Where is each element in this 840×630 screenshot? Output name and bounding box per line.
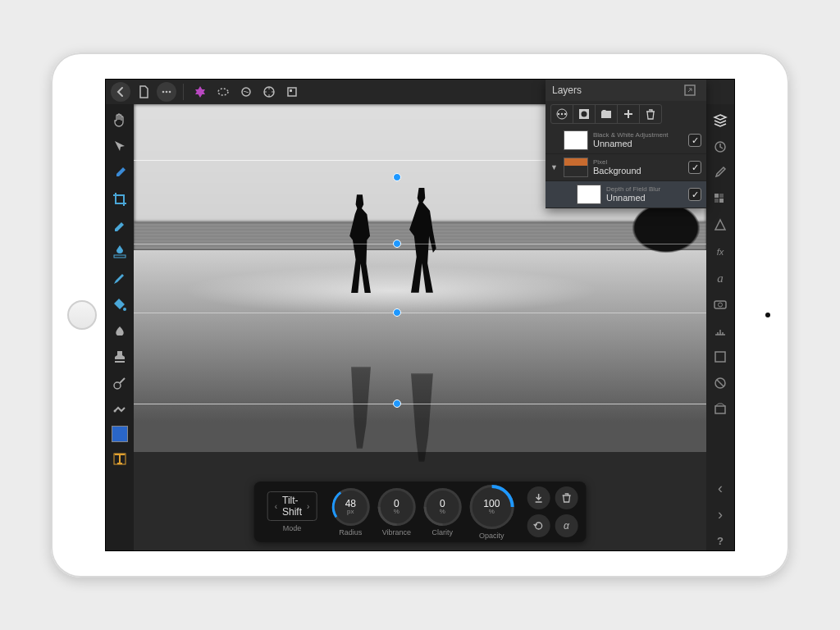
dial-value: 0	[440, 499, 445, 509]
merge-button[interactable]	[527, 486, 550, 509]
flood-select-tool-icon[interactable]	[110, 242, 130, 262]
paint-brush-tool-icon[interactable]	[110, 268, 130, 288]
text-tool-icon[interactable]	[110, 449, 130, 468]
dial-radius[interactable]: 48pxRadius	[331, 488, 369, 536]
dial-opacity[interactable]: 100%Opacity	[469, 485, 514, 540]
alpha-button[interactable]: α	[555, 514, 578, 537]
persona-photo-icon[interactable]	[190, 82, 210, 102]
move-tool-icon[interactable]	[110, 137, 130, 157]
healing-tool-icon[interactable]	[110, 399, 130, 419]
reset-button[interactable]	[527, 514, 550, 537]
selection-brush-tool-icon[interactable]	[110, 216, 130, 235]
chevron-right-icon: ›	[307, 502, 309, 511]
layers-ops	[546, 101, 706, 127]
dodge-tool-icon[interactable]	[110, 373, 130, 393]
layer-delete-button[interactable]	[639, 104, 662, 124]
context-bar: ‹ Tilt-Shift › Mode 48pxRadius0%Vibrance…	[254, 482, 587, 542]
svg-point-26	[564, 113, 566, 115]
help-button[interactable]: ?	[710, 531, 730, 550]
swatches-studio-icon[interactable]	[710, 189, 730, 209]
export-persona-icon[interactable]	[282, 82, 302, 102]
svg-rect-17	[719, 199, 724, 203]
dial-unit: %	[440, 509, 445, 515]
layer-add-button[interactable]	[617, 104, 640, 124]
selection-persona-icon[interactable]	[213, 82, 233, 102]
disclosure-icon: ▼	[550, 163, 559, 171]
layers-popout-icon[interactable]	[680, 80, 700, 100]
layer-name: Unnamed	[606, 193, 683, 203]
effects-studio-icon[interactable]: fx	[710, 242, 730, 262]
context-actions: α	[527, 486, 578, 537]
mode-label: Tilt-Shift	[282, 495, 302, 518]
back-button[interactable]	[111, 82, 130, 102]
layer-name: Background	[593, 166, 683, 176]
color-swatch[interactable]	[112, 426, 128, 442]
chevron-left-icon: ‹	[275, 502, 277, 511]
dial-label: Opacity	[479, 532, 504, 540]
layer-row[interactable]: ▼PixelBackground✓	[546, 154, 706, 181]
visibility-checkbox[interactable]: ✓	[688, 134, 701, 147]
dial-vibrance[interactable]: 0%Vibrance	[377, 488, 415, 536]
svg-rect-20	[715, 352, 725, 362]
liquify-persona-icon[interactable]	[236, 82, 256, 102]
dial-unit: %	[489, 509, 495, 515]
mode-sublabel: Mode	[283, 524, 302, 532]
next-button[interactable]: ›	[710, 504, 730, 524]
svg-point-24	[558, 113, 559, 115]
smudge-tool-icon[interactable]	[110, 321, 130, 340]
layer-row[interactable]: Black & White AdjustmentUnnamed✓	[546, 127, 706, 154]
svg-point-19	[719, 303, 723, 307]
divider	[183, 84, 184, 100]
layer-thumb	[564, 130, 588, 150]
dial-clarity[interactable]: 0%Clarity	[423, 488, 461, 536]
text-studio-icon[interactable]: a	[710, 268, 730, 288]
svg-point-25	[561, 113, 563, 115]
visibility-checkbox[interactable]: ✓	[688, 161, 701, 174]
delete-button[interactable]	[555, 486, 578, 509]
svg-rect-18	[714, 301, 726, 308]
layer-type: Pixel	[593, 159, 683, 167]
document-button[interactable]	[134, 82, 153, 102]
stock-studio-icon[interactable]	[710, 294, 730, 314]
dial-unit: px	[347, 509, 354, 515]
layers-title: Layers	[552, 84, 582, 96]
layer-row[interactable]: Depth of Field BlurUnnamed✓	[546, 181, 706, 208]
metadata-studio-icon[interactable]	[710, 399, 730, 419]
layer-options-button[interactable]	[550, 104, 573, 124]
layer-name: Unnamed	[593, 139, 683, 148]
crop-tool-icon[interactable]	[110, 189, 130, 209]
transform-studio-icon[interactable]	[710, 321, 730, 340]
channels-studio-icon[interactable]	[710, 373, 730, 393]
dial-label: Vibrance	[382, 528, 411, 536]
app-screen: fx a ‹ › ?	[105, 79, 735, 551]
document-menu-button[interactable]	[157, 82, 176, 102]
layer-group-button[interactable]	[595, 104, 618, 124]
fill-tool-icon[interactable]	[110, 294, 130, 314]
navigator-studio-icon[interactable]	[710, 347, 730, 367]
layer-mask-button[interactable]	[573, 104, 596, 124]
dial-label: Clarity	[432, 528, 454, 536]
color-picker-tool-icon[interactable]	[110, 163, 130, 183]
svg-rect-7	[290, 89, 292, 92]
adjustments-studio-icon[interactable]	[710, 216, 730, 235]
layers-studio-icon[interactable]	[710, 111, 730, 130]
dial-label: Radius	[339, 528, 362, 536]
layer-thumb	[577, 185, 601, 204]
svg-point-10	[114, 410, 116, 413]
svg-point-29	[582, 112, 587, 117]
stamp-tool-icon[interactable]	[110, 347, 130, 367]
right-studio-rail: fx a ‹ › ?	[706, 80, 734, 550]
hand-tool-icon[interactable]	[110, 111, 130, 130]
mode-selector[interactable]: ‹ Tilt-Shift › Mode	[262, 491, 322, 532]
svg-point-3	[218, 89, 228, 95]
prev-button[interactable]: ‹	[710, 478, 730, 498]
svg-point-1	[166, 91, 168, 94]
colour-studio-icon[interactable]	[710, 163, 730, 183]
visibility-checkbox[interactable]: ✓	[688, 188, 701, 201]
svg-rect-8	[114, 255, 126, 258]
history-studio-icon[interactable]	[710, 137, 730, 157]
develop-persona-icon[interactable]	[259, 82, 279, 102]
layers-panel: Layers Black & White AdjustmentUnnamed✓▼…	[546, 80, 706, 208]
home-button[interactable]	[67, 300, 97, 330]
svg-rect-15	[719, 194, 724, 198]
